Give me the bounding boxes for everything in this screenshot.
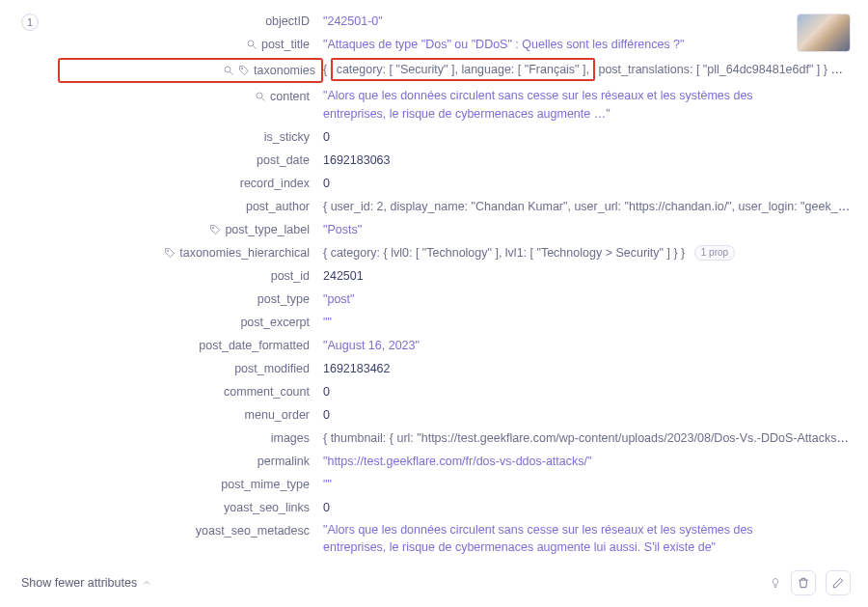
attr-row-taxonomies: taxonomies { category: [ "Security" ], l… [58,56,851,85]
attr-value: 0 [323,385,330,399]
attr-row-post_id: post_id 242501 [58,264,851,288]
attr-value: 0 [323,501,330,514]
attr-value: 0 [323,130,330,144]
attr-row-post_date: post_date 1692183063 [58,149,851,172]
svg-point-8 [167,250,169,252]
search-icon [246,39,258,50]
attr-key: yoast_seo_links [224,498,310,517]
attr-value: "242501-0" [323,14,383,28]
tag-icon [164,247,176,259]
svg-line-1 [253,46,256,49]
attr-value: 0 [323,408,330,422]
attr-key: objectID [265,12,310,31]
attr-row-taxonomies_hierarchical: taxonomies_hierarchical { category: { lv… [58,241,851,264]
attr-key: comment_count [224,382,310,401]
attr-key: post_modified [234,359,310,378]
attr-row-is_sticky: is_sticky 0 [58,125,851,149]
highlighted-fragment: category: [ "Security" ], language: [ "F… [331,58,595,81]
attr-row-yoast_seo_links: yoast_seo_links 0 [58,496,851,519]
attr-row-post_modified: post_modified 1692183462 [58,357,851,380]
attr-value: 1692183063 [323,153,391,167]
attr-value: { category: [ "Security" ], language: [ … [323,63,830,76]
attr-key: post_mime_type [221,475,310,494]
attr-value: "https://test.geekflare.com/fr/dos-vs-dd… [323,455,591,468]
search-icon [223,65,234,76]
attr-value: "Alors que les données circulent sans ce… [323,89,753,121]
attribute-list: objectID "242501-0" post_title "Attaques… [58,10,851,559]
svg-point-4 [241,68,243,69]
attr-value: { user_id: 2, display_name: "Chandan Kum… [323,200,851,213]
attr-key: content [270,87,310,106]
toggle-attributes-label: Show fewer attributes [21,576,137,590]
attr-key: post_id [271,266,310,286]
attr-key: post_date_formatted [199,336,310,355]
toggle-attributes-button[interactable]: Show fewer attributes [21,576,152,590]
attr-row-comment_count: comment_count 0 [58,380,851,403]
record-footer: Show fewer attributes [21,570,851,595]
attr-row-record_index: record_index 0 [58,172,851,195]
attr-key: record_index [240,174,310,193]
attr-row-images: images { thumbnail: { url: "https://test… [58,427,851,450]
lightbulb-icon[interactable] [770,577,781,589]
attr-value: "" [323,316,332,329]
attr-key: post_excerpt [240,313,310,332]
attr-row-permalink: permalink "https://test.geekflare.com/fr… [58,450,851,473]
attr-key: post_type_label [225,220,310,239]
attr-value: "" [323,478,332,491]
attr-key: menu_order [245,405,310,425]
attr-key: post_title [261,35,310,54]
attr-key: yoast_seo_metadesc [196,521,310,540]
attr-row-menu_order: menu_order 0 [58,403,851,427]
attr-key: taxonomies_hierarchical [179,243,310,262]
svg-point-5 [257,93,262,98]
attr-row-content: content "Alors que les données circulent… [58,85,851,125]
attr-key: post_type [258,290,310,309]
attr-row-post_type_label: post_type_label "Posts" [58,218,851,241]
attr-row-post_author: post_author { user_id: 2, display_name: … [58,195,851,218]
attr-row-objectID: objectID "242501-0" [58,10,851,33]
tag-icon [209,224,221,235]
attr-value: { thumbnail: { url: "https://test.geekfl… [323,431,851,445]
attr-value: "August 16, 2023" [323,339,420,352]
attr-value: 242501 [323,269,364,283]
attr-row-post_mime_type: post_mime_type "" [58,473,851,496]
tag-icon [238,65,250,76]
attr-row-post_date_formatted: post_date_formatted "August 16, 2023" [58,334,851,357]
svg-line-3 [231,72,233,75]
attr-key: post_author [246,197,310,216]
attr-value: "post" [323,292,355,306]
attr-key: is_sticky [264,127,310,147]
attr-value: "Posts" [323,223,362,236]
attr-key: images [271,428,310,448]
attr-row-yoast_seo_metadesc: yoast_seo_metadesc "Alors que les donnée… [58,519,851,560]
props-pill: 1 prop [694,245,735,261]
svg-line-6 [261,98,264,101]
svg-point-7 [213,227,215,229]
edit-button[interactable] [826,570,851,595]
record-index-badge: 1 [21,14,39,31]
svg-point-0 [248,41,254,46]
search-icon [255,91,266,102]
attr-value: "Alors que les données circulent sans ce… [323,523,753,555]
attr-value: "Attaques de type "Dos" ou "DDoS" : Quel… [323,38,685,51]
attr-key: post_date [257,151,310,170]
attr-row-post_type: post_type "post" [58,288,851,311]
svg-point-2 [225,67,231,72]
attr-row-post_title: post_title "Attaques de type "Dos" ou "D… [58,33,851,56]
attr-key: taxonomies [254,61,315,80]
delete-button[interactable] [791,570,816,595]
attr-value: 0 [323,177,330,190]
attr-row-post_excerpt: post_excerpt "" [58,311,851,334]
attr-key: permalink [258,452,310,471]
attr-value: { category: { lvl0: [ "Technology" ], lv… [323,246,685,260]
attr-value: 1692183462 [323,362,391,375]
chevron-up-icon [141,577,152,589]
